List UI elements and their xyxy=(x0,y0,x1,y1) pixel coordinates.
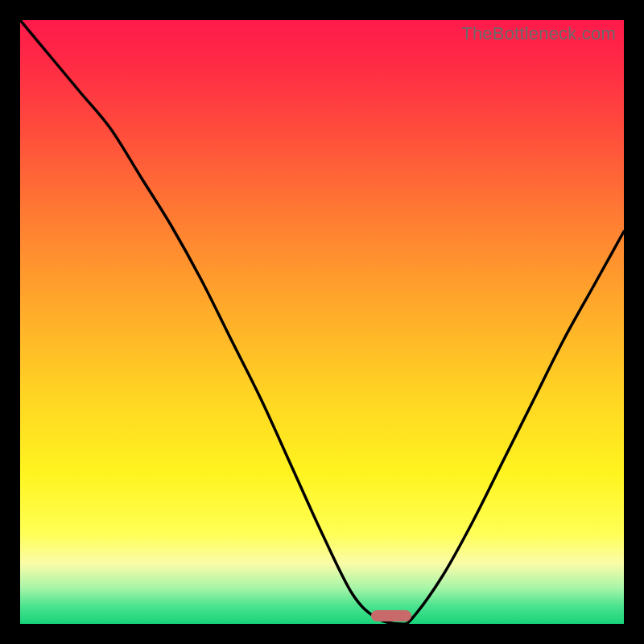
optimal-marker xyxy=(371,610,411,621)
bottleneck-curve xyxy=(20,20,624,624)
plot-area: TheBottleneck.com xyxy=(20,20,624,624)
chart-frame: TheBottleneck.com xyxy=(0,0,644,644)
